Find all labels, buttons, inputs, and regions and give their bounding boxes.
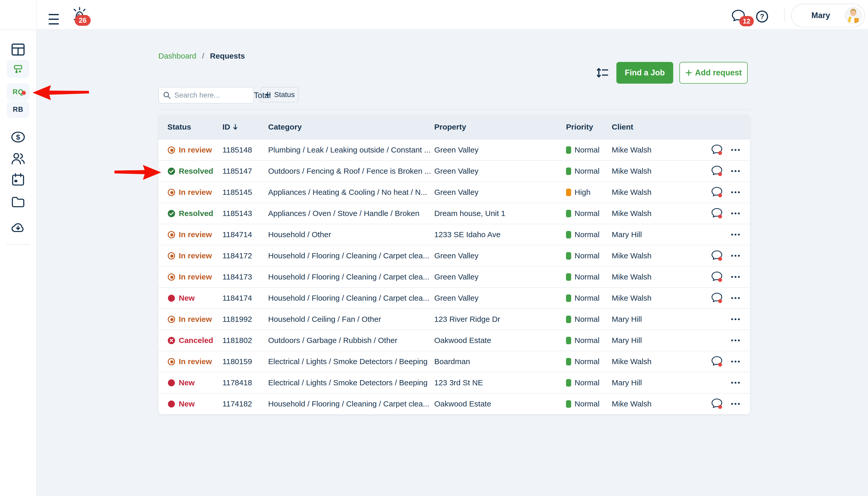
row-more-button[interactable] — [730, 208, 740, 219]
ellipsis-icon — [730, 399, 740, 409]
row-more-button[interactable] — [730, 399, 740, 409]
property-cell: 123 River Ridge Dr — [434, 315, 566, 324]
help-icon[interactable]: ? — [756, 10, 768, 24]
client-cell: Mary Hill — [612, 230, 688, 239]
row-more-button[interactable] — [730, 356, 740, 367]
ellipsis-icon — [730, 208, 740, 219]
ellipsis-icon — [730, 229, 740, 240]
find-a-job-button[interactable]: Find a Job — [616, 62, 673, 83]
column-header-client[interactable]: Client — [612, 123, 688, 131]
row-chat-button[interactable] — [711, 398, 723, 410]
add-request-button[interactable]: Add request — [679, 62, 748, 83]
sidebar-item-rq[interactable]: RQ — [7, 83, 29, 100]
user-menu[interactable]: Mary — [791, 4, 865, 27]
ellipsis-icon — [730, 272, 740, 282]
priority-color-badge — [566, 358, 571, 366]
column-header-id[interactable]: ID — [222, 123, 268, 131]
table-row[interactable]: In review 1184714 Household / Other 1233… — [158, 224, 750, 245]
client-cell: Mary Hill — [612, 378, 688, 387]
table-row[interactable]: In review 1184172 Household / Flooring /… — [158, 245, 750, 266]
row-chat-button[interactable] — [711, 271, 723, 283]
table-row[interactable]: New 1174182 Household / Flooring / Clean… — [158, 393, 750, 414]
column-header-priority[interactable]: Priority — [566, 123, 612, 131]
column-header-property[interactable]: Property — [434, 123, 566, 131]
sidebar-item-downloads[interactable] — [0, 220, 36, 234]
table-row[interactable]: Canceled 1181802 Outdoors / Garbage / Ru… — [158, 329, 750, 351]
sidebar-item-people[interactable] — [0, 151, 36, 166]
request-id: 1185148 — [222, 145, 268, 154]
table-row[interactable]: Resolved 1185147 Outdoors / Fencing & Ro… — [158, 160, 750, 182]
table-body: In review 1185148 Plumbing / Leak / Leak… — [158, 139, 750, 414]
sidebar-item-dashboard[interactable] — [0, 42, 36, 57]
status-in-review-icon — [167, 358, 176, 366]
status-cell: In review — [158, 230, 222, 239]
request-id: 1181802 — [222, 336, 268, 345]
table-row[interactable]: In review 1185145 Appliances / Heating &… — [158, 182, 750, 203]
topbar-divider — [784, 7, 784, 22]
row-chat-button[interactable] — [711, 165, 723, 177]
category-cell: Household / Flooring / Cleaning / Carpet… — [268, 400, 434, 408]
priority-color-badge — [566, 294, 571, 302]
search-input[interactable] — [174, 91, 247, 99]
priority-cell: Normal — [566, 273, 612, 281]
table-row[interactable]: In review 1180159 Electrical / Lights / … — [158, 351, 750, 372]
row-more-button[interactable] — [730, 335, 740, 345]
status-in-review-icon — [167, 231, 176, 239]
sidebar-item-files[interactable] — [0, 195, 36, 208]
category-cell: Outdoors / Fencing & Roof / Fence is Bro… — [268, 167, 434, 175]
table-row[interactable]: Resolved 1185143 Appliances / Oven / Sto… — [158, 203, 750, 224]
status-label: In review — [179, 251, 212, 260]
status-new-icon — [167, 294, 176, 302]
row-more-button[interactable] — [730, 251, 740, 261]
cloud-download-icon — [11, 221, 25, 233]
ellipsis-icon — [730, 251, 740, 261]
row-more-button[interactable] — [730, 145, 740, 155]
requests-notification-dot — [22, 91, 26, 95]
property-cell: Boardman — [434, 357, 566, 366]
ellipsis-icon — [730, 187, 740, 198]
row-chat-button[interactable] — [711, 207, 723, 219]
breadcrumb-dashboard-link[interactable]: Dashboard — [158, 52, 196, 60]
row-density-icon[interactable] — [596, 66, 609, 79]
status-cell: New — [158, 294, 222, 303]
sidebar-item-payments[interactable]: $ — [0, 130, 36, 144]
row-chat-button[interactable] — [711, 250, 723, 262]
priority-cell: Normal — [566, 336, 612, 345]
row-more-button[interactable] — [730, 314, 740, 324]
row-chat-button[interactable] — [711, 186, 723, 198]
column-header-category[interactable]: Category — [268, 123, 434, 131]
sidebar-item-rb[interactable]: RB — [7, 101, 29, 118]
column-header-status[interactable]: Status — [158, 123, 222, 131]
search-icon — [163, 91, 171, 99]
row-more-button[interactable] — [730, 377, 740, 388]
table-row[interactable]: New 1178418 Electrical / Lights / Smoke … — [158, 372, 750, 393]
row-more-button[interactable] — [730, 166, 740, 176]
sidebar-item-requests-active[interactable] — [7, 60, 29, 78]
row-more-button[interactable] — [730, 293, 740, 303]
hamburger-menu-icon[interactable] — [48, 14, 59, 25]
status-filter-button[interactable]: Status — [260, 87, 299, 103]
row-chat-button[interactable] — [711, 144, 723, 156]
status-in-review-icon — [167, 273, 176, 281]
category-cell: Household / Other — [268, 230, 434, 239]
search-box — [158, 87, 254, 104]
row-more-button[interactable] — [730, 229, 740, 240]
row-more-button[interactable] — [730, 187, 740, 198]
table-row[interactable]: In review 1184173 Household / Flooring /… — [158, 266, 750, 287]
status-new-icon — [167, 379, 176, 387]
table-row[interactable]: New 1184174 Household / Flooring / Clean… — [158, 287, 750, 308]
row-more-button[interactable] — [730, 272, 740, 282]
property-cell: Green Valley — [434, 251, 566, 260]
category-cell: Outdoors / Garbage / Rubbish / Other — [268, 336, 434, 345]
row-chat-button[interactable] — [711, 356, 723, 368]
priority-label: Normal — [574, 167, 600, 175]
table-row[interactable]: In review 1181992 Household / Ceiling / … — [158, 308, 750, 329]
table-row[interactable]: In review 1185148 Plumbing / Leak / Leak… — [158, 139, 750, 160]
row-chat-button[interactable] — [711, 292, 723, 304]
priority-label: Normal — [574, 378, 600, 387]
priority-cell: Normal — [566, 230, 612, 239]
client-cell: Mike Walsh — [612, 357, 688, 366]
add-request-label: Add request — [695, 68, 742, 77]
sidebar-item-calendar[interactable] — [0, 173, 36, 187]
category-cell: Appliances / Heating & Cooling / No heat… — [268, 188, 434, 197]
